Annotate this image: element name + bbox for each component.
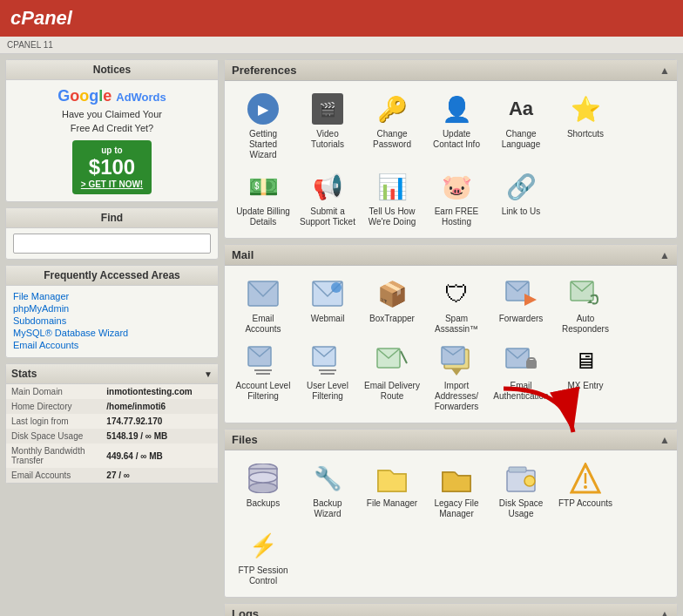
email-authentication-icon	[504, 343, 538, 378]
svg-point-25	[249, 472, 277, 483]
legacy-file-manager-item[interactable]: Legacy File Manager	[425, 457, 488, 523]
spam-assassin-item[interactable]: 🛡 Spam Assassin™	[425, 273, 488, 338]
preferences-collapse-icon[interactable]: ▲	[659, 64, 670, 77]
video-tutorials-item[interactable]: 🎬 Video Tutorials	[296, 88, 359, 164]
logs-collapse-icon[interactable]: ▲	[659, 608, 670, 617]
account-level-filtering-label: Account Level Filtering	[235, 381, 291, 402]
change-language-item[interactable]: Aa Change Language	[490, 88, 552, 164]
preferences-section: Preferences ▲ ▶ Getting Started Wizard 🎬…	[224, 59, 678, 239]
update-contact-item[interactable]: 👤 Update Contact Info	[425, 88, 488, 164]
legacy-file-manager-icon	[439, 461, 474, 496]
preferences-title: Preferences	[232, 64, 296, 77]
forwarders-label: Forwarders	[499, 314, 544, 324]
boxtrapper-item[interactable]: 📦 BoxTrapper	[361, 273, 423, 338]
file-manager-item[interactable]: File Manager	[361, 457, 423, 523]
mail-header: Mail ▲	[225, 245, 677, 266]
auto-responders-item[interactable]: Auto Responders	[554, 273, 617, 338]
stats-header: Stats ▼	[6, 364, 218, 384]
forwarders-item[interactable]: Forwarders	[490, 273, 552, 338]
frequently-accessed-panel: Frequently Accessed Areas File Manager p…	[5, 265, 219, 358]
stats-title-label: Stats	[11, 368, 37, 380]
freq-link-mysql[interactable]: MySQL® Database Wizard	[13, 328, 211, 338]
change-password-item[interactable]: 🔑 Change Password	[361, 88, 423, 164]
disk-space-icon	[504, 461, 538, 496]
notices-content: Google AdWords Have you Claimed Your Fre…	[6, 80, 218, 201]
email-accounts-item[interactable]: Email Accounts	[232, 273, 294, 338]
shortcuts-label: Shortcuts	[567, 129, 604, 139]
stats-panel: Stats ▼ Main Domaininmotiontesting.com H…	[5, 363, 219, 484]
import-addresses-item[interactable]: Import Addresses/ Forwarders	[425, 340, 488, 416]
mail-collapse-icon[interactable]: ▲	[659, 249, 670, 261]
shortcuts-icon: ⭐	[568, 91, 603, 126]
webmail-item[interactable]: Webmail	[296, 273, 359, 338]
ftp-session-label: FTP Session Control	[235, 565, 291, 586]
link-to-us-label: Link to Us	[502, 206, 540, 217]
link-to-us-icon: 🔗	[504, 169, 538, 204]
svg-line-14	[401, 351, 407, 363]
backups-item[interactable]: Backups	[232, 457, 294, 523]
freq-link-file-manager[interactable]: File Manager	[13, 291, 211, 301]
files-collapse-icon[interactable]: ▲	[659, 434, 670, 446]
ftp-session-item[interactable]: ⚡ FTP Session Control	[232, 525, 294, 590]
shortcuts-item[interactable]: ⭐ Shortcuts	[554, 88, 617, 164]
update-billing-item[interactable]: 💵 Update Billing Details	[232, 166, 294, 231]
backup-wizard-item[interactable]: 🔧 Backup Wizard	[296, 457, 359, 523]
freq-link-phpmyadmin[interactable]: phpMyAdmin	[13, 303, 211, 314]
cpanel-logo: cPanel	[10, 7, 72, 30]
tell-us-item[interactable]: 📊 Tell Us How We're Doing	[361, 166, 423, 231]
mx-entry-label: MX Entry	[567, 381, 603, 391]
tell-us-icon: 📊	[375, 169, 409, 204]
change-password-label: Change Password	[364, 129, 420, 150]
backup-wizard-icon: 🔧	[310, 461, 345, 496]
file-manager-icon	[375, 461, 409, 496]
update-contact-icon: 👤	[439, 91, 474, 126]
link-to-us-item[interactable]: 🔗 Link to Us	[490, 166, 552, 231]
email-accounts-icon	[246, 276, 281, 311]
update-contact-label: Update Contact Info	[429, 129, 484, 150]
freq-link-subdomains[interactable]: Subdomains	[13, 315, 211, 326]
logs-header: Logs ▲	[225, 604, 677, 616]
user-level-filtering-item[interactable]: User Level Filtering	[296, 340, 359, 416]
version-bar: CPANEL 11	[0, 37, 683, 54]
left-panel: Notices Google AdWords Have you Claimed …	[5, 59, 219, 616]
freq-link-email[interactable]: Email Accounts	[13, 340, 211, 350]
boxtrapper-label: BoxTrapper	[369, 314, 415, 324]
header: cPanel	[0, 0, 683, 37]
file-manager-label: File Manager	[367, 498, 417, 509]
notice-line1: Have you Claimed Your	[13, 109, 211, 119]
promo-button[interactable]: up to $100 > GET IT NOW!	[72, 140, 152, 194]
earn-free-item[interactable]: 🐷 Earn FREE Hosting	[425, 166, 488, 231]
stats-row: Disk Space Usage5148.19 / ∞ MB	[6, 429, 218, 443]
submit-ticket-item[interactable]: 📢 Submit a Support Ticket	[296, 166, 359, 231]
svg-point-2	[331, 282, 342, 293]
mx-entry-icon: 🖥	[568, 343, 603, 378]
email-accounts-label: Email Accounts	[235, 314, 291, 335]
update-billing-label: Update Billing Details	[235, 206, 291, 227]
svg-rect-28	[509, 467, 526, 472]
disk-space-item[interactable]: Disk Space Usage	[490, 457, 552, 523]
ftp-accounts-item[interactable]: FTP Accounts	[554, 457, 617, 523]
email-delivery-route-icon	[375, 343, 409, 378]
earn-free-icon: 🐷	[439, 169, 474, 204]
mx-entry-item[interactable]: 🖥 MX Entry	[554, 340, 617, 416]
backup-wizard-label: Backup Wizard	[300, 498, 355, 519]
webmail-icon	[310, 276, 345, 311]
stats-table: Main Domaininmotiontesting.com Home Dire…	[6, 384, 218, 483]
stats-collapse-icon[interactable]: ▼	[204, 369, 213, 379]
mail-section: Mail ▲ Email Accounts Webmail	[224, 244, 678, 423]
email-authentication-item[interactable]: Email Authentication	[490, 340, 552, 416]
stats-row: Main Domaininmotiontesting.com	[6, 384, 218, 399]
frequently-accessed-title: Frequently Accessed Areas	[6, 266, 218, 286]
account-level-filtering-item[interactable]: Account Level Filtering	[232, 340, 294, 416]
notice-line2: Free Ad Credit Yet?	[13, 123, 211, 133]
getting-started-item[interactable]: ▶ Getting Started Wizard	[232, 88, 294, 164]
svg-point-24	[249, 483, 277, 493]
user-level-filtering-icon	[310, 343, 345, 378]
search-input[interactable]	[13, 234, 211, 254]
submit-ticket-label: Submit a Support Ticket	[300, 206, 355, 227]
ftp-accounts-label: FTP Accounts	[558, 498, 612, 509]
change-language-label: Change Language	[493, 129, 549, 150]
find-panel: Find	[5, 207, 219, 260]
email-delivery-route-item[interactable]: Email Delivery Route	[361, 340, 423, 416]
notices-title: Notices	[6, 60, 218, 80]
